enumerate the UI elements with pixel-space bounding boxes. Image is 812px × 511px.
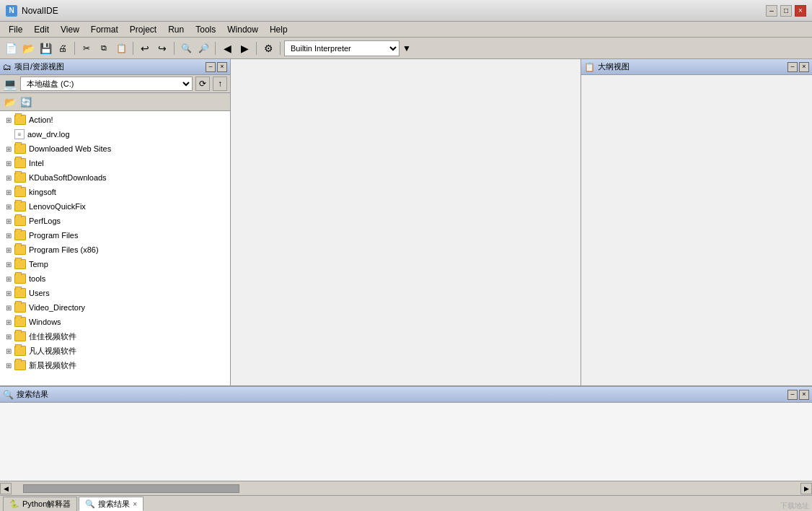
folder-refresh-btn[interactable]: 🔄 — [19, 95, 33, 109]
folder-icon — [14, 230, 26, 240]
content-area: 🗂 项目/资源视图 – × 💻 本地磁盘 (C:) ⟳ ↑ 📂 🔄 — [0, 59, 812, 511]
tree-item-program-files-(x86)[interactable]: ⊞Program Files (x86) — [0, 243, 230, 257]
tree-expand-icon[interactable]: ⊞ — [3, 246, 14, 254]
tree-item-downloaded-web-sites[interactable]: ⊞Downloaded Web Sites — [0, 141, 230, 156]
new-file-btn[interactable]: 📄 — [3, 40, 19, 56]
folder-icon — [14, 274, 26, 284]
outline-close[interactable]: × — [799, 62, 809, 72]
redo-btn[interactable]: ↪ — [154, 40, 170, 56]
tree-expand-icon[interactable]: ⊞ — [3, 289, 14, 297]
project-panel-minimize[interactable]: – — [206, 62, 216, 72]
save-btn[interactable]: 💾 — [37, 40, 53, 56]
copy-btn[interactable]: ⧉ — [96, 40, 112, 56]
tree-item-lenovoquickfix[interactable]: ⊞LenovoQuickFix — [0, 199, 230, 214]
search-tab-close[interactable]: × — [133, 500, 137, 508]
search-panel-header: 🔍 搜索结果 – × — [0, 387, 812, 403]
config-btn[interactable]: ⚙ — [260, 40, 276, 56]
tree-item-kdubasoftdownloads[interactable]: ⊞KDubaSoftDownloads — [0, 170, 230, 185]
tree-expand-icon[interactable]: ⊞ — [3, 188, 14, 196]
python-tab-icon: 🐍 — [9, 499, 19, 509]
toolbar-sep-1 — [74, 42, 75, 55]
tree-expand-icon[interactable]: ⊞ — [3, 362, 14, 370]
scroll-right-btn[interactable]: ▶ — [800, 483, 812, 494]
minimize-button[interactable]: – — [766, 5, 777, 17]
h-scroll-thumb[interactable] — [23, 484, 239, 493]
toolbar-sep-4 — [215, 42, 216, 55]
toolbar-sep-6 — [280, 42, 281, 55]
drive-refresh-btn[interactable]: ⟳ — [195, 77, 210, 91]
tree-item-action![interactable]: ⊞Action! — [0, 113, 230, 127]
prev-btn[interactable]: ◀ — [219, 40, 235, 56]
tree-item-program-files[interactable]: ⊞Program Files — [0, 228, 230, 243]
tree-item-video_directory[interactable]: ⊞Video_Directory — [0, 300, 230, 315]
tree-expand-icon[interactable]: ⊞ — [3, 174, 14, 182]
tree-expand-icon[interactable]: ⊞ — [3, 275, 14, 283]
search-close[interactable]: × — [799, 390, 809, 400]
tree-item-aow_drv.log[interactable]: ≡aow_drv.log — [0, 127, 230, 141]
outline-minimize[interactable]: – — [787, 62, 798, 72]
tree-expand-icon[interactable]: ⊞ — [3, 232, 14, 240]
tab-python-interpreter[interactable]: 🐍 Python解释器 — [3, 497, 77, 511]
interpreter-dropdown-icon[interactable]: ▼ — [402, 43, 411, 53]
tree-item-kingsoft[interactable]: ⊞kingsoft — [0, 185, 230, 199]
file-tree[interactable]: ⊞Action!≡aow_drv.log⊞Downloaded Web Site… — [0, 111, 230, 385]
editor-area[interactable] — [231, 59, 581, 385]
drive-select[interactable]: 本地磁盘 (C:) — [20, 77, 193, 91]
close-button[interactable]: × — [795, 5, 806, 17]
menu-tools[interactable]: Tools — [190, 23, 221, 36]
tree-expand-icon[interactable]: ⊞ — [3, 318, 14, 326]
file-toolbar: 📂 🔄 — [0, 93, 230, 111]
interpreter-select[interactable]: Builtin InterpreterPython 3.8Python 2.7 — [284, 40, 400, 56]
find-btn[interactable]: 🔍 — [178, 40, 194, 56]
scroll-left-btn[interactable]: ◀ — [0, 483, 12, 494]
tree-item-新晨视频软件[interactable]: ⊞新晨视频软件 — [0, 358, 230, 372]
tree-expand-icon[interactable]: ⊞ — [3, 261, 14, 268]
menu-edit[interactable]: Edit — [28, 23, 55, 36]
h-scroll-track[interactable] — [23, 484, 789, 493]
tree-expand-icon[interactable]: ⊞ — [3, 160, 14, 167]
tree-item-perflogs[interactable]: ⊞PerfLogs — [0, 214, 230, 228]
tree-expand-icon[interactable]: ⊞ — [3, 116, 14, 124]
tree-item-tools[interactable]: ⊞tools — [0, 271, 230, 286]
print-btn[interactable]: 🖨 — [55, 40, 71, 56]
maximize-button[interactable]: □ — [780, 5, 792, 17]
tree-item-佳佳视频软件[interactable]: ⊞佳佳视频软件 — [0, 329, 230, 344]
toolbar-sep-2 — [133, 42, 133, 55]
tree-expand-icon[interactable]: ⊞ — [3, 145, 14, 153]
tab-search-results[interactable]: 🔍 搜索结果 × — [79, 497, 144, 511]
undo-btn[interactable]: ↩ — [137, 40, 153, 56]
menu-format[interactable]: Format — [85, 23, 124, 36]
menu-run[interactable]: Run — [162, 23, 190, 36]
drive-up-btn[interactable]: ↑ — [213, 77, 227, 91]
tree-expand-icon[interactable]: ⊞ — [3, 304, 14, 312]
h-scrollbar[interactable]: ◀ ▶ — [0, 481, 812, 495]
tree-item-intel[interactable]: ⊞Intel — [0, 156, 230, 170]
menu-file[interactable]: File — [3, 23, 28, 36]
tree-expand-icon[interactable]: ⊞ — [3, 347, 14, 355]
next-btn[interactable]: ▶ — [237, 40, 252, 56]
tree-item-users[interactable]: ⊞Users — [0, 286, 230, 300]
project-panel-close[interactable]: × — [217, 62, 227, 72]
tree-item-凡人视频软件[interactable]: ⊞凡人视频软件 — [0, 344, 230, 358]
search-results-content — [0, 403, 812, 481]
tree-item-temp[interactable]: ⊞Temp — [0, 257, 230, 271]
paste-btn[interactable]: 📋 — [113, 40, 129, 56]
menu-window[interactable]: Window — [221, 23, 264, 36]
folder-open-btn[interactable]: 📂 — [3, 95, 17, 109]
tree-item-label: 凡人视频软件 — [29, 346, 76, 357]
find-next-btn[interactable]: 🔎 — [195, 40, 211, 56]
menu-help[interactable]: Help — [264, 23, 294, 36]
search-minimize[interactable]: – — [787, 390, 798, 400]
search-panel-title: 搜索结果 — [17, 389, 787, 400]
cut-btn[interactable]: ✂ — [79, 40, 94, 56]
tree-expand-icon[interactable]: ⊞ — [3, 217, 14, 225]
open-btn[interactable]: 📂 — [20, 40, 36, 56]
tree-expand-icon[interactable]: ⊞ — [3, 333, 14, 341]
project-panel-title: 项目/资源视图 — [14, 61, 206, 72]
menu-project[interactable]: Project — [124, 23, 162, 36]
tree-item-label: Action! — [29, 115, 53, 124]
tree-expand-icon[interactable]: ⊞ — [3, 203, 14, 211]
tree-item-windows[interactable]: ⊞Windows — [0, 315, 230, 329]
outline-icon: 📋 — [584, 62, 595, 72]
menu-view[interactable]: View — [55, 23, 85, 36]
